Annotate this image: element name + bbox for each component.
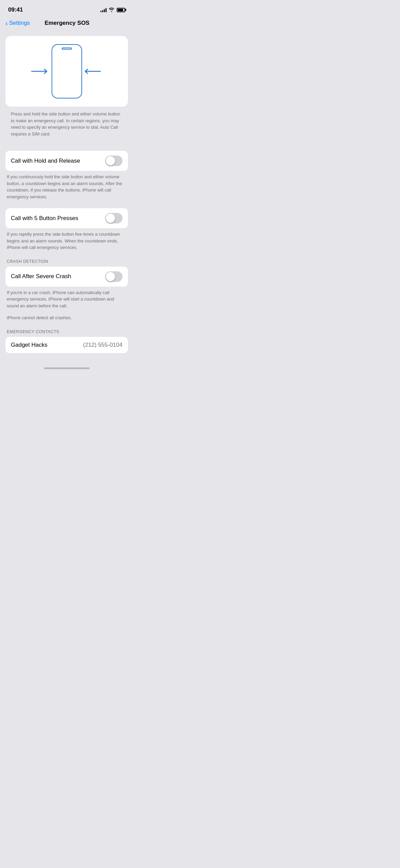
- five-presses-toggle-thumb: [106, 214, 115, 223]
- illustration-section: Press and hold the side button and eithe…: [0, 31, 133, 143]
- hold-release-card: Call with Hold and Release: [5, 151, 128, 171]
- crash-detection-section: CRASH DETECTION Call After Severe Crash …: [0, 259, 133, 321]
- five-presses-toggle[interactable]: [105, 213, 122, 223]
- battery-icon: [117, 8, 125, 12]
- crash-detection-toggle[interactable]: [105, 271, 122, 282]
- contact-name: Gadget Hacks: [11, 342, 47, 348]
- status-bar: 09:41: [0, 0, 133, 17]
- home-bar: [44, 367, 90, 369]
- five-presses-description: If you rapidly press the side button fiv…: [5, 228, 128, 251]
- phone-illustration: [52, 44, 82, 98]
- contacts-card: Gadget Hacks (212) 555-0104: [5, 337, 128, 353]
- arrow-right-icon: [83, 68, 101, 75]
- signal-icon: [100, 7, 107, 12]
- arrow-left-icon: [31, 68, 49, 75]
- crash-detection-card: Call After Severe Crash: [5, 267, 128, 287]
- status-icons: [100, 7, 125, 13]
- nav-bar: ‹ Settings Emergency SOS: [0, 17, 133, 31]
- hold-release-toggle-thumb: [106, 156, 115, 165]
- contact-row[interactable]: Gadget Hacks (212) 555-0104: [5, 337, 128, 353]
- back-label: Settings: [9, 20, 30, 26]
- wifi-icon: [109, 7, 115, 13]
- emergency-contacts-label: EMERGENCY CONTACTS: [5, 329, 128, 337]
- page-title: Emergency SOS: [30, 20, 104, 26]
- phone-body: [52, 44, 82, 98]
- hold-release-label: Call with Hold and Release: [11, 158, 80, 164]
- crash-detection-description: If you're in a car crash, iPhone can aut…: [5, 287, 128, 309]
- hold-release-section: Call with Hold and Release If you contin…: [0, 151, 133, 200]
- hold-release-toggle[interactable]: [105, 156, 122, 166]
- contact-phone: (212) 555-0104: [83, 342, 122, 348]
- status-time: 09:41: [8, 6, 23, 13]
- crash-detection-toggle-thumb: [106, 272, 115, 281]
- five-presses-label: Call with 5 Button Presses: [11, 215, 78, 222]
- illustration-description: Press and hold the side button and eithe…: [5, 107, 128, 143]
- crash-detection-note: iPhone cannot detect all crashes.: [5, 312, 128, 321]
- emergency-contacts-section: EMERGENCY CONTACTS Gadget Hacks (212) 55…: [0, 329, 133, 353]
- hold-release-description: If you continuously hold the side button…: [5, 171, 128, 200]
- crash-detection-label: CRASH DETECTION: [5, 259, 128, 267]
- crash-detection-toggle-label: Call After Severe Crash: [11, 273, 71, 280]
- five-presses-card: Call with 5 Button Presses: [5, 208, 128, 228]
- phone-notch: [62, 48, 72, 50]
- hold-release-row: Call with Hold and Release: [5, 151, 128, 171]
- five-presses-section: Call with 5 Button Presses If you rapidl…: [0, 208, 133, 251]
- back-button[interactable]: ‹ Settings: [5, 20, 30, 26]
- home-indicator: [0, 363, 133, 372]
- five-presses-row: Call with 5 Button Presses: [5, 208, 128, 228]
- illustration-card: [5, 36, 128, 107]
- bottom-spacer: [0, 353, 133, 363]
- crash-detection-row: Call After Severe Crash: [5, 267, 128, 287]
- back-chevron-icon: ‹: [5, 20, 8, 26]
